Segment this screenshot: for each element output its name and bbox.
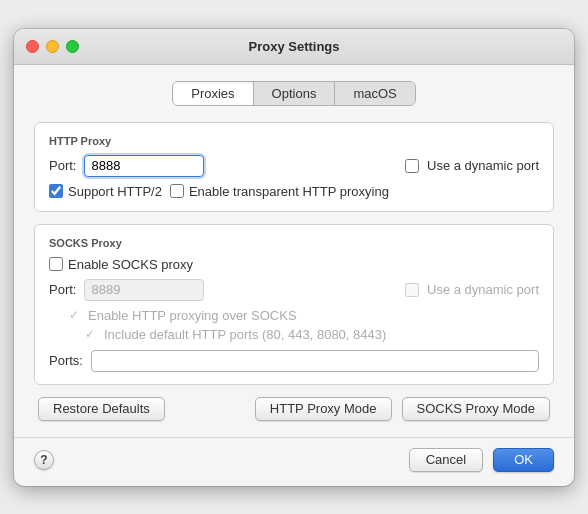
support-http2-label: Support HTTP/2 [68, 184, 162, 199]
minimize-button[interactable] [46, 40, 59, 53]
tab-macos[interactable]: macOS [335, 82, 414, 105]
transparent-checkbox[interactable] [170, 184, 184, 198]
help-button[interactable]: ? [34, 450, 54, 470]
http-port-row: Port: Use a dynamic port [49, 155, 539, 177]
action-buttons-row: Restore Defaults HTTP Proxy Mode SOCKS P… [34, 397, 554, 421]
socks-enable-wrap: Enable SOCKS proxy [49, 257, 193, 272]
default-ports-label: Include default HTTP ports (80, 443, 808… [104, 327, 386, 342]
close-button[interactable] [26, 40, 39, 53]
socks-dynamic-port-label: Use a dynamic port [427, 282, 539, 297]
socks-enable-row: Enable SOCKS proxy [49, 257, 539, 272]
maximize-button[interactable] [66, 40, 79, 53]
http-port-input[interactable] [84, 155, 204, 177]
socks-ports-row: Ports: [49, 350, 539, 372]
socks-enable-checkbox[interactable] [49, 257, 63, 271]
restore-defaults-button[interactable]: Restore Defaults [38, 397, 165, 421]
support-http2-wrap: Support HTTP/2 [49, 184, 162, 199]
http-port-label: Port: [49, 158, 76, 173]
http-dynamic-port-checkbox[interactable] [405, 159, 419, 173]
socks-proxy-label: SOCKS Proxy [49, 237, 539, 249]
transparent-label: Enable transparent HTTP proxying [189, 184, 389, 199]
socks-port-label: Port: [49, 282, 76, 297]
socks-enable-label: Enable SOCKS proxy [68, 257, 193, 272]
support-http2-checkbox[interactable] [49, 184, 63, 198]
http-over-socks-label: Enable HTTP proxying over SOCKS [88, 308, 297, 323]
window-title: Proxy Settings [248, 39, 339, 54]
footer-actions: Cancel OK [409, 448, 554, 472]
traffic-lights [26, 40, 79, 53]
socks-dynamic-port-checkbox[interactable] [405, 283, 419, 297]
default-ports-row: Include default HTTP ports (80, 443, 808… [69, 327, 539, 342]
tab-bar: Proxies Options macOS [34, 81, 554, 106]
http-dynamic-port-label: Use a dynamic port [427, 158, 539, 173]
cancel-button[interactable]: Cancel [409, 448, 483, 472]
main-content: Proxies Options macOS HTTP Proxy Port: U… [14, 65, 574, 437]
socks-port-row: Port: Use a dynamic port [49, 279, 539, 301]
socks-port-input[interactable] [84, 279, 204, 301]
ok-button[interactable]: OK [493, 448, 554, 472]
socks-proxy-mode-button[interactable]: SOCKS Proxy Mode [402, 397, 551, 421]
tab-options[interactable]: Options [254, 82, 336, 105]
http-options-row: Support HTTP/2 Enable transparent HTTP p… [49, 184, 539, 199]
socks-proxy-section: SOCKS Proxy Enable SOCKS proxy Port: Use… [34, 224, 554, 385]
socks-ports-input[interactable] [91, 350, 539, 372]
http-proxy-label: HTTP Proxy [49, 135, 539, 147]
socks-ports-label: Ports: [49, 353, 83, 368]
tab-group: Proxies Options macOS [172, 81, 416, 106]
http-proxy-section: HTTP Proxy Port: Use a dynamic port Supp… [34, 122, 554, 212]
socks-sub-options: Enable HTTP proxying over SOCKS Include … [49, 308, 539, 342]
http-over-socks-row: Enable HTTP proxying over SOCKS [69, 308, 539, 323]
tab-proxies[interactable]: Proxies [173, 82, 253, 105]
http-proxy-mode-button[interactable]: HTTP Proxy Mode [255, 397, 392, 421]
titlebar: Proxy Settings [14, 29, 574, 65]
transparent-wrap: Enable transparent HTTP proxying [170, 184, 389, 199]
footer: ? Cancel OK [14, 437, 574, 486]
proxy-settings-window: Proxy Settings Proxies Options macOS HTT… [14, 29, 574, 486]
